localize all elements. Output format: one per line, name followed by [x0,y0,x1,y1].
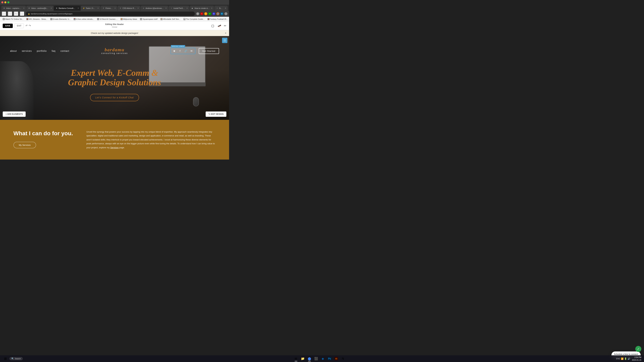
tab-close-tab3[interactable]: × [78,7,79,9]
link-icon[interactable]: 🔗 [184,49,188,53]
address-bar[interactable]: 🔒 bardamuconsulting.squarespace.com/conf… [26,11,195,16]
browser-tab-tab2[interactable]: ✉Inbox - andrew@bardamuco...× [26,6,54,11]
announcement-text: Check out my updated website design pack… [91,32,138,34]
tab-close-tab8[interactable]: × [186,7,188,9]
section-indicator[interactable]: ☷ [222,38,228,43]
social-links-box: SOCIAL LINKS ♚ f 🔗 ✉ [170,48,196,54]
bookmark-item-5[interactable]: 🎨Midjourney Ideas [120,18,138,20]
site-header-right: SOCIAL LINKS ♚ f 🔗 ✉ Get Started [170,48,219,54]
tab-label-tab7: Andrew (@andrewstcool.bski... [146,7,164,9]
browser-tab-tab8[interactable]: IInsideTheSquare.co× [169,6,189,11]
hero-section: aboutservicesportfoliofaqcontact bardamu… [0,36,229,120]
announcement-close-button[interactable]: × [225,32,226,35]
tab-close-tab7[interactable]: × [166,7,167,9]
tab-favicon-tab1: ✉ [3,7,5,9]
extension-icon-7[interactable]: ★ [220,12,224,15]
editing-sublabel: Global [105,26,124,28]
browser-tab-tab4[interactable]: ⚡Tasks | Salesforce× [81,6,100,11]
extension-icon-3[interactable]: P [204,12,207,15]
bookmark-label-5: Midjourney Ideas [123,18,137,20]
save-button[interactable]: SAVE [3,24,13,28]
bookmark-item-6[interactable]: ■Squarespace stuff [139,18,158,20]
tab-label-tab9: How to create site title h... [194,7,210,9]
instagram-icon[interactable]: ♚ [172,49,176,53]
site-logo-text: bardamu [101,47,128,52]
bookmark-label-3: A free online introdu... [76,18,94,20]
tab-label-tab10: New Tab [219,7,224,9]
tab-close-tab6[interactable]: × [138,7,139,9]
services-link[interactable]: Services [110,146,118,149]
my-services-button[interactable]: My Services [14,142,36,148]
tab-favicon-tab9: ▶ [191,7,194,9]
tab-favicon-tab2: ✉ [28,7,30,9]
extension-icon-1[interactable]: G [196,12,199,15]
bookmark-favicon-4: 🤖 [97,18,99,20]
back-button[interactable]: ← [2,11,6,16]
tab-favicon-tab10: + [216,7,218,9]
desktop-view-button[interactable]: ▢ [211,23,215,28]
bookmark-item-4[interactable]: 🤖10 Best AI Courses ... [96,18,118,20]
bookmark-label-9: Fantasy Football 20... [210,18,228,20]
tablet-view-button[interactable]: 🛹 [217,23,222,28]
browser-tab-tab6[interactable]: CCSS Advice Requested× [118,6,140,11]
bookmark-item-9[interactable]: 🏈Fantasy Football 20... [206,18,229,20]
tab-favicon-tab5: F [102,7,105,9]
extension-icon-8[interactable]: ⋮ [224,12,228,15]
browser-tab-tab5[interactable]: FFinmo - Login× [100,6,117,11]
services-title: What I can do for you. [14,130,73,137]
bookmark-item-2[interactable]: EEnvato Elements: U... [49,18,72,20]
tab-label-tab5: Finmo - Login [106,7,113,9]
browser-tab-tab9[interactable]: ▶How to create site title h...× [190,6,214,11]
undo-button[interactable]: ↶ [26,24,28,27]
tab-close-tab5[interactable]: × [114,7,116,9]
pencil-tool-button[interactable]: ✏ [224,24,226,28]
tab-label-tab3: Bardamu Consulting Services [59,7,76,9]
browser-tabs: ✉Inbox - captainvonmelvill...×✉Inbox - a… [0,5,229,11]
redo-button[interactable]: ↷ [29,24,31,27]
browser-tab-tab3[interactable]: BBardamu Consulting Services× [54,6,80,11]
tab-close-tab4[interactable]: × [98,7,98,9]
hero-cta-button[interactable]: Let's Connect for a Kickoff Chat [90,94,139,101]
bookmark-favicon-3: 📚 [74,18,76,20]
bookmark-favicon-7: 🏠 [160,18,162,20]
bookmark-label-0: Watch TV Online Str... [5,18,23,20]
extension-icon-5[interactable]: ⚙ [212,12,215,15]
tab-close-tab1[interactable]: × [23,7,24,9]
nav-item-faq[interactable]: faq [52,50,55,52]
extension-icon-4[interactable]: ✓ [208,12,211,15]
get-started-button[interactable]: Get Started [199,48,219,54]
nav-item-contact[interactable]: contact [60,50,69,52]
bookmark-item-0[interactable]: ▶Watch TV Online Str... [2,18,24,20]
edit-design-button[interactable]: ✎ EDIT DESIGN [206,111,226,117]
home-button[interactable]: ⌂ [20,11,24,16]
forward-button[interactable]: → [8,11,12,16]
bookmark-item-8[interactable]: 📖The Complete Guide... [182,18,206,20]
bookmark-label-6: Squarespace stuff [142,18,157,20]
extension-icon-6[interactable]: 🌐 [216,12,219,15]
tab-close-tab9[interactable]: × [211,7,212,9]
refresh-button[interactable]: ↻ [14,11,18,16]
hero-title-line2: Graphic Design Solutions [68,78,161,87]
nav-item-portfolio[interactable]: portfolio [37,50,46,52]
tab-close-tab10[interactable]: × [225,7,226,9]
tab-close-tab2[interactable]: × [51,7,52,9]
browser-tab-tab10[interactable]: +New Tab× [214,6,228,11]
bookmark-item-7[interactable]: 🏠Affordable Self Stor... [160,18,182,20]
tab-favicon-tab4: ⚡ [82,7,85,9]
bookmark-item-1[interactable]: 🏈NFL Streams - Strea... [25,18,48,20]
extension-icon-2[interactable]: A [200,12,203,15]
exit-button[interactable]: EXIT [14,23,24,28]
facebook-icon[interactable]: f [178,49,182,53]
tab-favicon-tab7: A [142,7,145,9]
nav-item-about[interactable]: about [10,50,17,52]
email-icon[interactable]: ✉ [190,49,193,53]
site-logo-wrap: bardamu consulting services [101,47,128,54]
bookmark-label-4: 10 Best AI Courses ... [100,18,118,20]
bookmark-item-3[interactable]: 📚A free online introdu... [72,18,95,20]
services-body-text: Unveil the synergy that powers your succ… [86,131,215,149]
browser-tab-tab1[interactable]: ✉Inbox - captainvonmelvill...× [1,6,26,11]
browser-tab-tab7[interactable]: AAndrew (@andrewstcool.bski...× [141,6,168,11]
add-elements-button[interactable]: + ADD ELEMENTS [3,111,26,117]
nav-item-services[interactable]: services [22,50,32,52]
bookmark-label-1: NFL Streams - Strea... [29,18,47,20]
